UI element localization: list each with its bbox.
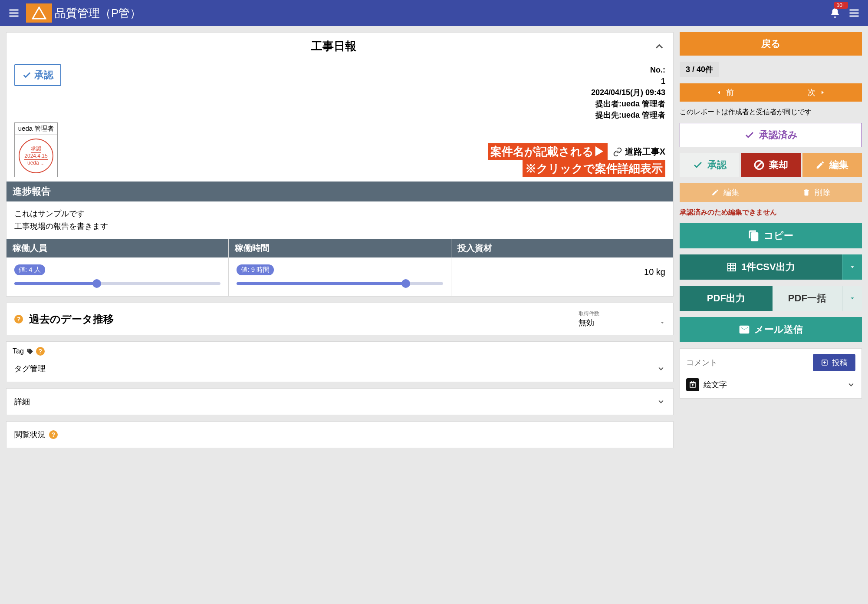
back-button[interactable]: 戻る	[680, 32, 862, 56]
copy-button[interactable]: コピー	[680, 223, 862, 248]
no-label: No.:	[75, 64, 665, 76]
progress-body-1: これはサンプルです	[14, 208, 665, 220]
fetch-count-value: 無効	[579, 317, 594, 328]
app-logo[interactable]	[26, 3, 52, 23]
notifications-bell[interactable]: 10+	[825, 3, 845, 23]
approve-action[interactable]: 承認	[680, 153, 739, 177]
csv-export-label: 1件CSV出力	[741, 261, 795, 274]
svg-line-12	[756, 162, 762, 168]
csv-dropdown[interactable]	[842, 254, 862, 280]
metric3-label: 投入資材	[451, 239, 673, 257]
metric1-label: 稼働人員	[7, 239, 228, 257]
metric1-slider[interactable]	[14, 282, 220, 285]
next-label: 次	[808, 87, 815, 98]
pdf-bulk-label: PDF一括	[788, 292, 826, 305]
info-text: このレポートは作成者と受信者が同じです	[680, 108, 862, 117]
edit-button-2[interactable]: 編集	[680, 183, 771, 202]
metric2-label: 稼働時間	[229, 239, 450, 257]
back-button-label: 戻る	[761, 37, 781, 50]
csv-export-button[interactable]: 1件CSV出力	[680, 254, 842, 280]
view-status-help-icon[interactable]: ?	[49, 430, 58, 439]
help-icon[interactable]: ?	[14, 315, 23, 323]
edit-action-label: 編集	[829, 158, 848, 172]
svg-point-8	[28, 350, 29, 350]
svg-rect-13	[728, 263, 736, 271]
emoji-icon	[686, 378, 699, 391]
pdf-bulk-button[interactable]: PDF一括	[773, 286, 842, 311]
progress-body-2: 工事現場の報告を書きます	[14, 220, 665, 233]
app-title: 品質管理（P管）	[55, 6, 141, 21]
metric1-pill: 値: 4 人	[14, 264, 45, 275]
chevron-down-icon	[847, 380, 855, 389]
comment-panel: コメント 投稿 絵文字	[680, 348, 862, 399]
comment-title: コメント	[686, 357, 813, 368]
callout-2: ※クリックで案件詳細表示	[523, 160, 665, 177]
locked-message: 承認済みのため編集できません	[680, 208, 862, 217]
metric2-pill: 値: 9 時間	[237, 264, 274, 275]
svg-marker-10	[822, 91, 824, 94]
svg-marker-3	[33, 7, 46, 19]
reject-action-label: 棄却	[769, 158, 788, 172]
emoji-row[interactable]: 絵文字	[686, 376, 855, 393]
fetch-count-select[interactable]: 取得件数 無効	[579, 310, 665, 328]
approve-button[interactable]: 承認	[14, 64, 61, 86]
pdf-dropdown[interactable]	[842, 286, 862, 311]
post-button[interactable]: 投稿	[813, 354, 855, 371]
hamburger-menu[interactable]	[4, 3, 23, 23]
post-button-label: 投稿	[832, 357, 848, 368]
submitter: 提出者:ueda 管理者	[75, 98, 665, 109]
detail-label: 詳細	[14, 396, 657, 407]
stamp-name: ueda 管理者	[15, 123, 57, 135]
edit-action[interactable]: 編集	[802, 153, 862, 177]
report-title: 工事日報	[14, 39, 653, 54]
tag-help-icon[interactable]: ?	[36, 347, 45, 356]
approve-button-label: 承認	[34, 69, 53, 82]
approve-action-label: 承認	[707, 158, 727, 172]
road-link-label: 道路工事X	[625, 146, 665, 158]
detail-row[interactable]: 詳細	[6, 388, 674, 415]
reject-action[interactable]: 棄却	[741, 153, 800, 177]
past-data-title: 過去のデータ推移	[29, 312, 572, 326]
past-data-card: ? 過去のデータ推移 取得件数 無効	[6, 303, 674, 335]
tag-card: Tag ? タグ管理	[6, 341, 674, 382]
copy-button-label: コピー	[764, 229, 793, 242]
delete-button[interactable]: 削除	[771, 183, 862, 202]
pdf-export-button[interactable]: PDF出力	[680, 286, 773, 311]
report-card: 工事日報 承認 No.: 1 2024/04/15(月) 09:43 提出者:u…	[6, 32, 674, 297]
notification-badge: 10+	[834, 2, 848, 9]
stamp-word: 承認	[31, 146, 41, 153]
prev-label: 前	[726, 87, 734, 98]
tag-icon	[26, 348, 33, 355]
tag-manage-row[interactable]: タグ管理	[7, 356, 673, 382]
stamp-date: 2024.4.15	[24, 153, 47, 160]
view-status-row[interactable]: 閲覧状況 ?	[6, 421, 674, 448]
svg-marker-19	[851, 297, 854, 299]
page-counter: 3 / 40件	[680, 62, 719, 77]
metric3-value: 10 kg	[459, 264, 665, 277]
emoji-label: 絵文字	[704, 380, 842, 390]
road-link[interactable]: 道路工事X	[613, 146, 665, 158]
stamp-user: ueda ...	[27, 160, 45, 166]
no-value: 1	[75, 76, 665, 87]
next-button[interactable]: 次	[771, 84, 862, 101]
mail-button-label: メール送信	[754, 323, 803, 336]
pdf-export-label: PDF出力	[707, 292, 745, 305]
fetch-count-label: 取得件数	[579, 310, 665, 317]
collapse-icon[interactable]	[653, 40, 665, 53]
delete-button-label: 削除	[815, 187, 830, 198]
svg-marker-7	[661, 322, 664, 323]
progress-section-header: 進捗報告	[7, 182, 673, 201]
svg-marker-18	[851, 266, 854, 268]
sendto: 提出先:ueda 管理者	[75, 109, 665, 121]
svg-marker-9	[718, 91, 720, 94]
approval-stamp: ueda 管理者 承認 2024.4.15 ueda ...	[14, 122, 58, 177]
tag-manage-label: タグ管理	[14, 363, 657, 374]
datetime: 2024/04/15(月) 09:43	[75, 87, 665, 98]
mail-button[interactable]: メール送信	[680, 317, 862, 342]
edit-button-2-label: 編集	[723, 187, 739, 198]
approved-banner-label: 承認済み	[759, 129, 798, 142]
callout-1: 案件名が記載される▶	[488, 143, 608, 160]
approved-banner: 承認済み	[680, 123, 862, 147]
prev-button[interactable]: 前	[680, 84, 771, 101]
metric2-slider[interactable]	[237, 282, 443, 285]
